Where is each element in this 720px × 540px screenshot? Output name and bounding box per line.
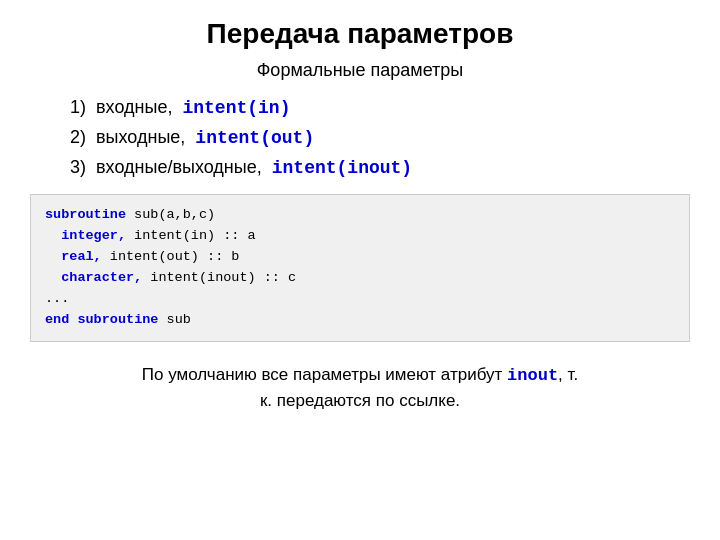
code-kw-6a: end	[45, 312, 69, 327]
bottom-code: inout	[507, 366, 558, 385]
code-block: subroutine sub(a,b,c) integer, intent(in…	[30, 194, 690, 342]
list-code-1: intent(in)	[182, 98, 290, 118]
code-line-5: ...	[45, 289, 675, 310]
code-kw-4: character,	[61, 270, 142, 285]
code-line-6: end subroutine sub	[45, 310, 675, 331]
list-item-2: 2) выходные, intent(out)	[70, 123, 690, 153]
code-kw-2: integer,	[61, 228, 126, 243]
list-text-3: входные/выходные,	[96, 157, 267, 177]
list-code-3: intent(inout)	[272, 158, 412, 178]
code-kw-1: subroutine	[45, 207, 126, 222]
page: Передача параметров Формальные параметры…	[0, 0, 720, 540]
code-line-3: real, intent(out) :: b	[45, 247, 675, 268]
code-rest-3: intent(out) :: b	[102, 249, 240, 264]
list-text-2: выходные,	[96, 127, 190, 147]
bottom-text-1: По умолчанию все параметры имеют атрибут	[142, 365, 507, 384]
code-line-2: integer, intent(in) :: a	[45, 226, 675, 247]
list-item-1: 1) входные, intent(in)	[70, 93, 690, 123]
code-line-1: subroutine sub(a,b,c)	[45, 205, 675, 226]
code-kw-3: real,	[61, 249, 102, 264]
bottom-text: По умолчанию все параметры имеют атрибут…	[30, 362, 690, 414]
code-rest-1: sub(a,b,c)	[126, 207, 215, 222]
list-item-3: 3) входные/выходные, intent(inout)	[70, 153, 690, 183]
code-line-4: character, intent(inout) :: c	[45, 268, 675, 289]
list-text-1: входные,	[96, 97, 177, 117]
code-kw-6b: subroutine	[77, 312, 158, 327]
code-rest-4: intent(inout) :: c	[142, 270, 296, 285]
list-number-2: 2)	[70, 127, 86, 147]
code-rest-2: intent(in) :: a	[126, 228, 256, 243]
bottom-text-3: к. передаются по ссылке.	[260, 391, 460, 410]
list-code-2: intent(out)	[195, 128, 314, 148]
list-section: 1) входные, intent(in) 2) выходные, inte…	[70, 93, 690, 182]
subtitle: Формальные параметры	[30, 60, 690, 81]
bottom-text-2: , т.	[558, 365, 578, 384]
code-rest-6: sub	[158, 312, 190, 327]
list-number-1: 1)	[70, 97, 86, 117]
list-number-3: 3)	[70, 157, 86, 177]
page-title: Передача параметров	[30, 18, 690, 50]
